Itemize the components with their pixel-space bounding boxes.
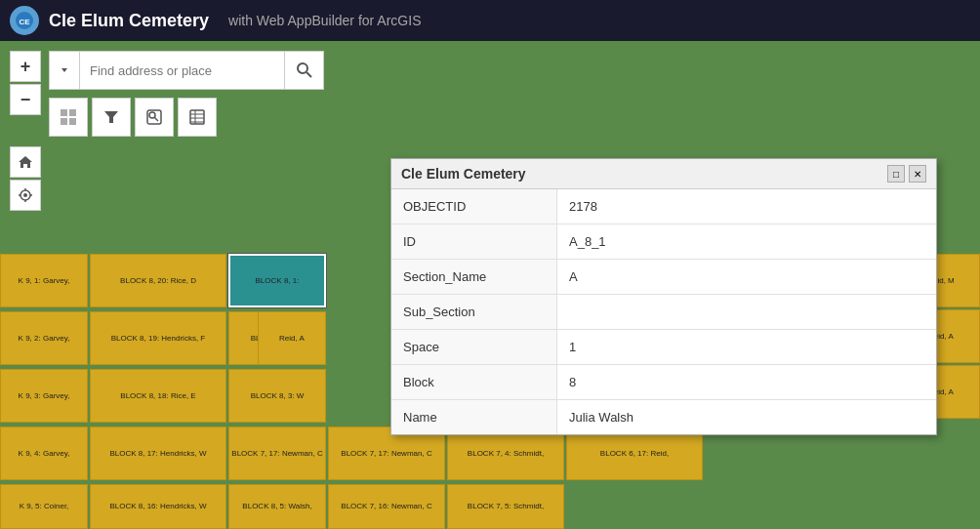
field-value: Julia Walsh (557, 400, 936, 434)
svg-text:CE: CE (19, 18, 30, 26)
basemap-gallery-button[interactable] (49, 98, 88, 137)
zoom-controls[interactable]: + − (10, 51, 41, 115)
svg-rect-6 (69, 109, 76, 116)
zoom-out-button[interactable]: − (10, 84, 41, 115)
field-row: Space1 (391, 330, 936, 365)
field-value: 8 (557, 365, 936, 399)
svg-rect-5 (61, 109, 67, 116)
plot-cell[interactable]: K 9, 1: Garvey, (0, 254, 88, 307)
search-input[interactable] (80, 51, 285, 90)
feature-popup: Cle Elum Cemetery □ ✕ OBJECTID2178IDA_8_… (390, 158, 937, 435)
plot-cell[interactable]: BLOCK 7, 16: Newman, C (328, 484, 445, 529)
plot-cell[interactable]: BLOCK 8, 17: Hendricks, W (90, 427, 226, 480)
app-logo: CE (10, 6, 39, 35)
field-row: IDA_8_1 (391, 224, 936, 260)
plot-cell[interactable]: K 9, 5: Coiner, (0, 484, 88, 529)
field-row: NameJulia Walsh (391, 400, 936, 434)
popup-maximize-button[interactable]: □ (887, 165, 905, 183)
field-value: A_8_1 (557, 224, 936, 259)
svg-rect-8 (69, 118, 76, 125)
plot-cell[interactable]: BLOCK 8, 18: Rice, E (90, 369, 226, 423)
svg-rect-7 (61, 118, 67, 125)
side-controls (10, 146, 41, 211)
app-title: Cle Elum Cemetery (49, 11, 209, 31)
field-label: Name (391, 400, 557, 434)
field-row: Block8 (391, 365, 936, 400)
toolbar (49, 98, 217, 137)
field-row: Sub_Section (391, 295, 936, 330)
app-header: CE Cle Elum Cemetery with Web AppBuilder… (0, 0, 980, 41)
svg-point-20 (23, 193, 27, 197)
plot-cell[interactable]: BLOCK 8, 19: Hendricks, F (90, 311, 226, 365)
search-container[interactable] (49, 51, 324, 90)
field-value: 1 (557, 330, 936, 364)
plot-cell[interactable]: K 9, 2: Garvey, (0, 311, 88, 365)
plot-cell-selected[interactable]: BLOCK 8, 1: (228, 254, 326, 307)
field-label: ID (391, 224, 557, 259)
locate-button[interactable] (10, 180, 41, 211)
popup-title: Cle Elum Cemetery (401, 166, 526, 182)
plot-cell[interactable]: BLOCK 8, 16: Hendricks, W (90, 484, 226, 529)
query-button[interactable] (135, 98, 174, 137)
svg-marker-18 (19, 156, 32, 168)
search-dropdown-button[interactable] (49, 51, 80, 90)
feature-table-button[interactable] (178, 98, 217, 137)
field-row: OBJECTID2178 (391, 189, 936, 224)
field-label: Block (391, 365, 557, 399)
field-value: A (557, 260, 936, 294)
svg-line-12 (154, 117, 158, 121)
popup-titlebar: Cle Elum Cemetery □ ✕ (391, 159, 936, 189)
popup-content: OBJECTID2178IDA_8_1Section_NameASub_Sect… (391, 189, 936, 434)
popup-close-button[interactable]: ✕ (909, 165, 926, 183)
svg-marker-9 (104, 111, 118, 123)
field-label: Section_Name (391, 260, 557, 294)
plot-cell[interactable]: K 9, 4: Garvey, (0, 427, 88, 480)
field-label: OBJECTID (391, 189, 557, 224)
plot-cell[interactable]: BLOCK 7, 17: Newman, C (228, 427, 326, 480)
field-row: Section_NameA (391, 260, 936, 295)
popup-fields: OBJECTID2178IDA_8_1Section_NameASub_Sect… (391, 189, 936, 434)
app-subtitle: with Web AppBuilder for ArcGIS (228, 13, 421, 28)
field-label: Space (391, 330, 557, 364)
plot-cell[interactable]: BLOCK 8, 3: W (228, 369, 326, 423)
plot-cell[interactable]: BLOCK 8, 5: Walsh, (228, 484, 326, 529)
zoom-in-button[interactable]: + (10, 51, 41, 82)
plot-cell[interactable]: BLOCK 7, 5: Schmidt, (447, 484, 564, 529)
plot-cell[interactable]: K 9, 3: Garvey, (0, 369, 88, 423)
svg-marker-2 (61, 68, 67, 72)
svg-line-4 (306, 72, 311, 77)
field-value (557, 295, 936, 329)
plot-cell[interactable]: Reid, A (258, 311, 326, 365)
field-value: 2178 (557, 189, 936, 224)
home-button[interactable] (10, 146, 41, 178)
popup-controls: □ ✕ (887, 165, 926, 183)
plot-cell[interactable]: BLOCK 8, 20: Rice, D (90, 254, 226, 307)
field-label: Sub_Section (391, 295, 557, 329)
svg-point-3 (298, 63, 307, 73)
search-button[interactable] (285, 51, 324, 90)
filter-button[interactable] (92, 98, 131, 137)
